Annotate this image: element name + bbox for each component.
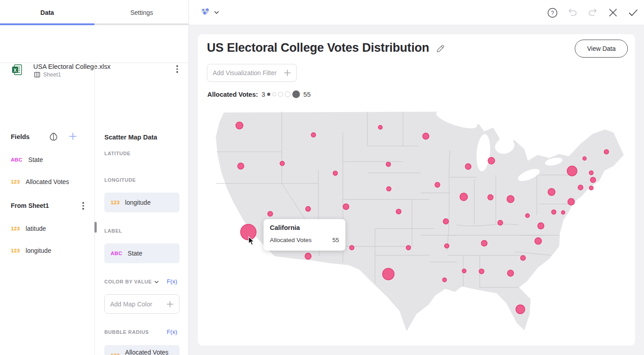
map-bubble[interactable] [479, 269, 484, 274]
map-bubble[interactable] [498, 220, 503, 225]
map-bubble[interactable] [386, 162, 391, 166]
map-bubble[interactable] [535, 238, 541, 244]
field-item-state[interactable]: ABC State [11, 156, 43, 163]
latitude-section-label: LATITUDE [104, 151, 130, 156]
add-field-plus-icon[interactable] [68, 132, 77, 141]
add-map-color-dropzone[interactable]: Add Map Color [104, 294, 179, 314]
view-data-button[interactable]: View Data [575, 40, 628, 58]
field-label: longitude [26, 247, 51, 254]
chart-type-selector[interactable] [200, 6, 219, 18]
field-group-from-sheet1: From Sheet1 [11, 202, 84, 210]
field-item-longitude[interactable]: 123 longitude [11, 247, 51, 254]
legend-max-value: 55 [304, 91, 311, 98]
legend-min-value: 3 [262, 91, 265, 98]
map-bubble[interactable] [589, 171, 593, 175]
add-visualization-filter[interactable]: Add Visualization Filter [207, 64, 297, 82]
map-bubble[interactable] [333, 171, 338, 175]
scatter-map-data-panel: Scatter Map Data LATITUDE LONGITUDE 123 … [95, 63, 189, 355]
redo-icon[interactable] [587, 7, 598, 18]
map-bubble[interactable] [538, 223, 544, 229]
confirm-check-icon[interactable] [628, 7, 639, 18]
label-section-label: LABEL [104, 228, 122, 234]
tab-data[interactable]: Data [0, 0, 94, 25]
abc-type-badge: ABC [111, 251, 122, 256]
map-bubble[interactable] [488, 195, 493, 200]
field-item-latitude[interactable]: 123 latitude [11, 225, 46, 232]
map-bubble[interactable] [268, 211, 273, 216]
radius-fx-button[interactable]: F(x) [167, 328, 177, 335]
viz-filter-placeholder: Add Visualization Filter [213, 69, 277, 76]
svg-text:?: ? [551, 10, 554, 16]
add-map-color-placeholder: Add Map Color [110, 301, 152, 308]
map-bubble[interactable] [590, 177, 596, 183]
map-bubble[interactable] [548, 189, 555, 196]
tab-active-indicator [0, 23, 94, 25]
fields-panel: Fields ABC State 123 Allocated Votes Fro… [0, 63, 95, 355]
map-bubble[interactable] [237, 163, 244, 169]
map-bubble[interactable] [583, 157, 586, 160]
group-menu-kebab-icon[interactable] [82, 202, 84, 210]
color-fx-button[interactable]: F(x) [167, 278, 177, 285]
map-bubble[interactable] [516, 305, 525, 314]
color-by-value-label: COLOR BY VALUE [104, 279, 152, 284]
map-bubble[interactable] [306, 207, 311, 211]
legend-max-circle [292, 90, 300, 98]
map-bubble[interactable] [507, 270, 514, 276]
undo-icon[interactable] [567, 7, 578, 18]
legend-circle [285, 91, 291, 97]
main-content: US Electoral College Votes Distribution … [189, 25, 644, 355]
tooltip-state-name: California [270, 224, 339, 231]
map-bubble[interactable] [551, 210, 556, 214]
map-bubble[interactable] [236, 122, 243, 129]
map-bubble[interactable] [444, 244, 449, 248]
map-bubble[interactable] [383, 268, 394, 280]
number-type-badge: 123 [11, 226, 20, 231]
map-bubble[interactable] [396, 209, 401, 214]
longitude-chip[interactable]: 123 longitude [104, 193, 179, 212]
number-type-badge: 123 [11, 179, 20, 184]
map-bubble[interactable] [604, 149, 608, 154]
map-bubble[interactable] [378, 125, 382, 129]
map-bubble[interactable] [561, 211, 565, 214]
map-bubble[interactable] [423, 133, 429, 139]
field-item-allocated-votes[interactable]: 123 Allocated Votes [11, 178, 69, 185]
number-type-badge: 123 [111, 200, 120, 205]
chevron-down-icon [154, 280, 159, 283]
map-bubble[interactable] [305, 253, 311, 259]
label-chip[interactable]: ABC State [104, 243, 179, 263]
map-bubble[interactable] [435, 182, 440, 187]
brain-icon[interactable] [49, 132, 58, 142]
map-bubble[interactable] [568, 198, 575, 205]
left-sidebar: Data Settings X USA Electoral College.xl… [0, 0, 189, 355]
chip-label: longitude [125, 199, 151, 206]
map-bubble[interactable] [280, 161, 285, 166]
map-bubble[interactable] [465, 164, 471, 170]
map-bubble[interactable] [521, 256, 526, 261]
map-bubble[interactable] [507, 196, 514, 203]
tab-settings[interactable]: Settings [94, 0, 189, 25]
map-bubble[interactable] [481, 240, 487, 246]
map-bubble[interactable] [349, 246, 354, 250]
map-bubble[interactable] [567, 166, 577, 176]
bubble-radius-chip[interactable]: 123 Allocated Votes Sum [104, 345, 179, 355]
map-bubble[interactable] [488, 157, 495, 164]
number-type-badge: 123 [111, 353, 120, 355]
map-bubble[interactable] [525, 214, 529, 218]
map-bubble[interactable] [462, 269, 466, 273]
map-bubble[interactable] [343, 204, 349, 210]
help-icon[interactable]: ? [547, 7, 558, 18]
chevron-down-icon [214, 11, 219, 14]
abc-type-badge: ABC [11, 157, 22, 162]
map-bubble[interactable] [460, 193, 468, 201]
map-bubble[interactable] [589, 186, 593, 190]
map-bubble[interactable] [311, 133, 316, 137]
color-by-value-section[interactable]: COLOR BY VALUE [104, 279, 159, 284]
map-bubble[interactable] [406, 246, 411, 250]
map-bubble[interactable] [443, 219, 448, 224]
close-icon[interactable] [608, 7, 618, 18]
edit-title-pencil-icon[interactable] [435, 44, 445, 54]
map-bubble[interactable] [443, 278, 447, 282]
bubble-size-legend: Allocated Votes: 3 55 [207, 90, 311, 98]
map-bubble[interactable] [387, 187, 391, 191]
map-bubble[interactable] [578, 185, 583, 190]
